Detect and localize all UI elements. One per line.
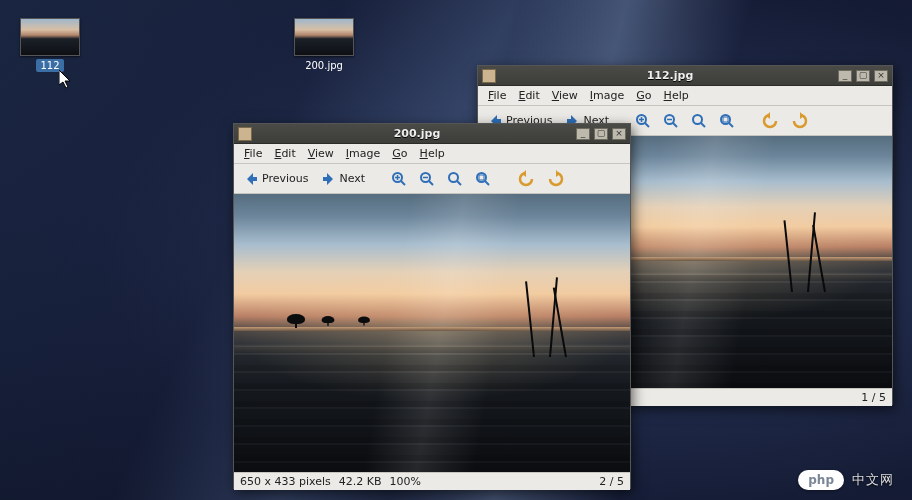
status-dimensions: 650 x 433 pixels: [240, 475, 331, 488]
status-index: 2 / 5: [599, 475, 624, 488]
window-title: 112.jpg: [502, 69, 838, 82]
zoom-out-icon: [419, 171, 435, 187]
next-label: Next: [340, 172, 366, 185]
menu-view[interactable]: View: [302, 145, 340, 162]
menubar: File Edit View Image Go Help: [478, 86, 892, 106]
thumbnail-image: [20, 18, 80, 56]
zoom-out-button[interactable]: [660, 111, 682, 131]
svg-line-20: [457, 181, 461, 185]
watermark: php 中文网: [798, 470, 894, 490]
zoom-fit-button[interactable]: [716, 111, 738, 131]
image-canvas[interactable]: [234, 194, 630, 472]
svg-line-8: [701, 123, 705, 127]
zoom-fit-button[interactable]: [472, 169, 494, 189]
minimize-button[interactable]: _: [838, 70, 852, 82]
svg-line-22: [485, 181, 489, 185]
menu-help[interactable]: Help: [658, 87, 695, 104]
next-button[interactable]: Next: [318, 169, 369, 189]
zoom-out-button[interactable]: [416, 169, 438, 189]
zoom-in-icon: [635, 113, 651, 129]
svg-point-9: [721, 115, 730, 124]
zoom-fit-icon: [719, 113, 735, 129]
menu-image[interactable]: Image: [584, 87, 630, 104]
svg-rect-23: [479, 175, 484, 180]
window-title: 200.jpg: [258, 127, 576, 140]
menu-help[interactable]: Help: [414, 145, 451, 162]
zoom-100-button[interactable]: [444, 169, 466, 189]
menu-go[interactable]: Go: [386, 145, 413, 162]
maximize-button[interactable]: ▢: [856, 70, 870, 82]
rotate-right-button[interactable]: [544, 168, 568, 190]
menu-file[interactable]: File: [482, 87, 512, 104]
menu-file[interactable]: File: [238, 145, 268, 162]
close-button[interactable]: ×: [612, 128, 626, 140]
status-size: 42.2 KB: [339, 475, 382, 488]
menu-image[interactable]: Image: [340, 145, 386, 162]
svg-point-7: [693, 115, 702, 124]
rotate-left-button[interactable]: [758, 110, 782, 132]
zoom-in-button[interactable]: [632, 111, 654, 131]
zoom-100-icon: [447, 171, 463, 187]
zoom-out-icon: [663, 113, 679, 129]
watermark-text: 中文网: [852, 471, 894, 489]
menu-edit[interactable]: Edit: [268, 145, 301, 162]
zoom-fit-icon: [475, 171, 491, 187]
svg-line-17: [429, 181, 433, 185]
rotate-right-icon: [547, 170, 565, 188]
svg-rect-11: [723, 117, 728, 122]
app-icon: [238, 127, 252, 141]
thumbnail-image: [294, 18, 354, 56]
toolbar: Previous Next: [234, 164, 630, 194]
svg-line-10: [729, 123, 733, 127]
rotate-right-icon: [791, 112, 809, 130]
rotate-right-button[interactable]: [788, 110, 812, 132]
app-icon: [482, 69, 496, 83]
desktop-icon-112[interactable]: 112: [15, 18, 85, 72]
svg-point-21: [477, 173, 486, 182]
svg-point-19: [449, 173, 458, 182]
watermark-logo: php: [798, 470, 844, 490]
zoom-100-icon: [691, 113, 707, 129]
menubar: File Edit View Image Go Help: [234, 144, 630, 164]
menu-go[interactable]: Go: [630, 87, 657, 104]
svg-line-13: [401, 181, 405, 185]
status-index: 1 / 5: [861, 391, 886, 404]
maximize-button[interactable]: ▢: [594, 128, 608, 140]
svg-line-1: [645, 123, 649, 127]
desktop-icon-label: 112: [36, 59, 63, 72]
menu-view[interactable]: View: [546, 87, 584, 104]
rotate-left-icon: [761, 112, 779, 130]
arrow-right-icon: [321, 171, 337, 187]
close-button[interactable]: ×: [874, 70, 888, 82]
rotate-left-icon: [517, 170, 535, 188]
zoom-in-button[interactable]: [388, 169, 410, 189]
statusbar: 650 x 433 pixels 42.2 KB 100% 2 / 5: [234, 472, 630, 490]
desktop-icon-label: 200.jpg: [301, 59, 347, 72]
rotate-left-button[interactable]: [514, 168, 538, 190]
titlebar[interactable]: 112.jpg _ ▢ ×: [478, 66, 892, 86]
previous-button[interactable]: Previous: [240, 169, 312, 189]
image-viewer-window-front[interactable]: 200.jpg _ ▢ × File Edit View Image Go He…: [233, 123, 631, 489]
arrow-left-icon: [243, 171, 259, 187]
zoom-in-icon: [391, 171, 407, 187]
menu-edit[interactable]: Edit: [512, 87, 545, 104]
previous-label: Previous: [262, 172, 309, 185]
minimize-button[interactable]: _: [576, 128, 590, 140]
status-zoom: 100%: [390, 475, 421, 488]
svg-line-5: [673, 123, 677, 127]
sunset-image: [234, 194, 630, 472]
desktop-icon-200[interactable]: 200.jpg: [289, 18, 359, 72]
zoom-100-button[interactable]: [688, 111, 710, 131]
titlebar[interactable]: 200.jpg _ ▢ ×: [234, 124, 630, 144]
